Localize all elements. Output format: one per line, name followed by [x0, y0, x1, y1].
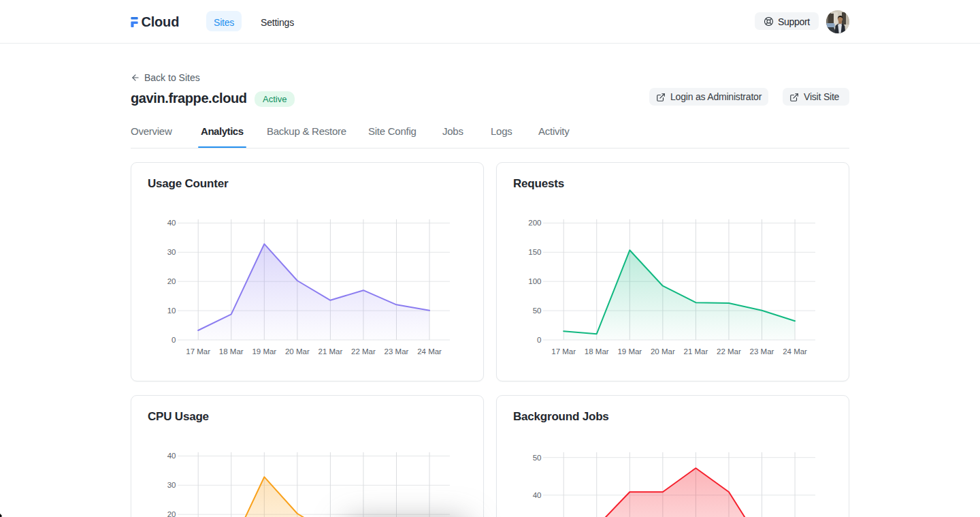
svg-text:19 Mar: 19 Mar	[252, 347, 276, 356]
svg-text:30: 30	[167, 481, 176, 489]
svg-text:18 Mar: 18 Mar	[585, 347, 609, 356]
svg-text:50: 50	[533, 454, 542, 462]
svg-text:21 Mar: 21 Mar	[318, 347, 343, 356]
svg-text:150: 150	[528, 248, 541, 256]
svg-text:23 Mar: 23 Mar	[750, 347, 774, 356]
svg-text:22 Mar: 22 Mar	[351, 347, 376, 356]
svg-text:50: 50	[533, 307, 542, 315]
svg-text:0: 0	[537, 336, 541, 344]
svg-text:19 Mar: 19 Mar	[617, 347, 642, 356]
svg-text:40: 40	[167, 219, 176, 227]
svg-text:17 Mar: 17 Mar	[551, 347, 576, 356]
svg-text:20 Mar: 20 Mar	[651, 347, 675, 356]
svg-text:17 Mar: 17 Mar	[186, 347, 210, 356]
svg-text:20: 20	[167, 277, 176, 285]
svg-text:21 Mar: 21 Mar	[684, 347, 708, 356]
svg-text:18 Mar: 18 Mar	[219, 347, 244, 356]
svg-text:0: 0	[172, 336, 176, 344]
svg-text:24 Mar: 24 Mar	[417, 347, 442, 356]
svg-text:24 Mar: 24 Mar	[783, 347, 807, 356]
svg-text:100: 100	[528, 277, 541, 285]
svg-text:20: 20	[167, 510, 176, 517]
svg-text:30: 30	[167, 248, 176, 256]
svg-text:23 Mar: 23 Mar	[385, 347, 409, 356]
svg-text:20 Mar: 20 Mar	[285, 347, 310, 356]
svg-text:40: 40	[167, 452, 176, 460]
svg-text:200: 200	[528, 219, 541, 227]
svg-text:22 Mar: 22 Mar	[717, 347, 741, 356]
svg-text:10: 10	[167, 307, 176, 315]
svg-text:40: 40	[533, 491, 542, 499]
